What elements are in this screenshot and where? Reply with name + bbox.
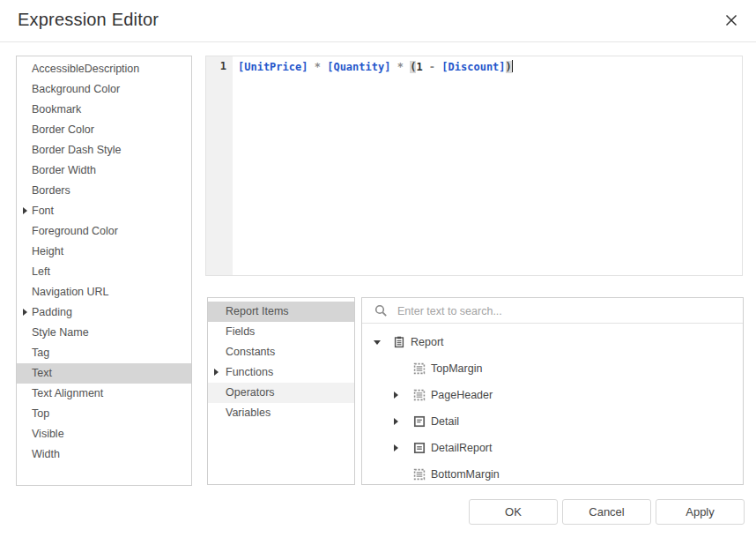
property-item-background-color[interactable]: Background Color bbox=[17, 79, 191, 100]
search-icon bbox=[374, 304, 388, 321]
property-item-label: AccessibleDescription bbox=[32, 63, 139, 75]
property-item-navigation-url[interactable]: Navigation URL bbox=[17, 282, 191, 302]
expander-expanded-icon[interactable] bbox=[374, 340, 381, 345]
expression-token-field: [UnitPrice] bbox=[238, 61, 308, 73]
close-icon bbox=[724, 13, 738, 30]
tree-item-report[interactable]: Report bbox=[362, 329, 743, 355]
tree-item-topmargin[interactable]: TopMargin bbox=[362, 355, 743, 382]
tree-item-label: DetailReport bbox=[431, 442, 492, 454]
property-item-accessibledescription[interactable]: AccessibleDescription bbox=[17, 59, 191, 79]
close-button[interactable] bbox=[719, 9, 744, 34]
search-input[interactable] bbox=[396, 298, 734, 324]
tree-item-label: PageHeader bbox=[431, 389, 493, 401]
property-item-width[interactable]: Width bbox=[17, 444, 191, 465]
category-item-label: Functions bbox=[226, 366, 273, 378]
tree-item-detailreport[interactable]: DetailReport bbox=[362, 435, 743, 461]
expander-collapsed-icon[interactable] bbox=[394, 418, 398, 425]
expand-arrow-icon[interactable] bbox=[23, 207, 27, 214]
category-item-fields[interactable]: Fields bbox=[208, 322, 354, 342]
property-item-label: Background Color bbox=[32, 83, 120, 95]
property-item-tag[interactable]: Tag bbox=[17, 343, 191, 363]
report-icon bbox=[393, 336, 405, 348]
properties-list: AccessibleDescriptionBackground ColorBoo… bbox=[16, 56, 192, 486]
dialog-header: Expression Editor bbox=[0, 0, 756, 42]
expression-token-operator: * bbox=[315, 61, 321, 73]
report-tree: Report TopMargin PageHeader Detail Detai… bbox=[362, 324, 743, 485]
property-item-label: Border Width bbox=[32, 164, 96, 176]
expression-input-area[interactable]: 1 [UnitPrice] * [Quantity] * (1 - [Disco… bbox=[205, 56, 743, 276]
page-title: Expression Editor bbox=[18, 10, 159, 30]
category-item-report-items[interactable]: Report Items bbox=[208, 302, 354, 322]
property-item-label: Font bbox=[32, 205, 54, 217]
property-item-label: Bookmark bbox=[32, 103, 81, 116]
property-item-label: Tag bbox=[32, 347, 49, 359]
ok-button[interactable]: OK bbox=[469, 499, 558, 525]
tree-item-detail[interactable]: Detail bbox=[362, 408, 743, 435]
property-item-label: Padding bbox=[32, 306, 72, 318]
tree-item-label: BottomMargin bbox=[431, 468, 500, 481]
property-item-borders[interactable]: Borders bbox=[17, 181, 191, 201]
tree-item-bottommargin[interactable]: BottomMargin bbox=[362, 461, 743, 485]
property-item-height[interactable]: Height bbox=[17, 242, 191, 262]
property-item-text[interactable]: Text bbox=[17, 363, 191, 384]
report-items-panel: Report TopMargin PageHeader Detail Detai… bbox=[361, 297, 744, 485]
property-item-top[interactable]: Top bbox=[17, 404, 191, 424]
property-item-padding[interactable]: Padding bbox=[17, 302, 191, 323]
category-item-label: Operators bbox=[226, 386, 275, 399]
cancel-button[interactable]: Cancel bbox=[562, 499, 651, 525]
property-item-border-color[interactable]: Border Color bbox=[17, 120, 191, 140]
category-list: Report ItemsFieldsConstantsFunctionsOper… bbox=[207, 297, 355, 485]
category-item-operators[interactable]: Operators bbox=[208, 383, 354, 403]
line-number: 1 bbox=[220, 60, 226, 72]
property-item-label: Borders bbox=[32, 184, 70, 197]
tree-expander[interactable] bbox=[374, 340, 393, 345]
tree-expander[interactable] bbox=[394, 444, 413, 451]
property-item-label: Top bbox=[32, 407, 49, 420]
property-item-label: Height bbox=[32, 245, 63, 257]
expander-collapsed-icon[interactable] bbox=[394, 392, 398, 399]
property-item-foreground-color[interactable]: Foreground Color bbox=[17, 221, 191, 242]
tree-item-label: Detail bbox=[431, 415, 459, 428]
category-item-label: Fields bbox=[226, 325, 255, 338]
property-item-style-name[interactable]: Style Name bbox=[17, 323, 191, 343]
tree-expander[interactable] bbox=[394, 418, 413, 425]
property-item-label: Border Dash Style bbox=[32, 144, 121, 156]
property-item-left[interactable]: Left bbox=[17, 262, 191, 282]
tree-item-pageheader[interactable]: PageHeader bbox=[362, 382, 743, 408]
expression-token-number: 1 bbox=[416, 61, 422, 73]
expression-editor-dialog: Expression Editor AccessibleDescriptionB… bbox=[0, 0, 756, 552]
tree-expander[interactable] bbox=[394, 392, 413, 399]
property-item-border-dash-style[interactable]: Border Dash Style bbox=[17, 140, 191, 160]
expander-collapsed-icon[interactable] bbox=[394, 444, 398, 451]
expression-token-space bbox=[308, 61, 314, 73]
property-item-bookmark[interactable]: Bookmark bbox=[17, 100, 191, 120]
category-item-functions[interactable]: Functions bbox=[208, 362, 354, 383]
property-item-text-alignment[interactable]: Text Alignment bbox=[17, 384, 191, 404]
expand-arrow-icon[interactable] bbox=[214, 369, 219, 376]
property-item-font[interactable]: Font bbox=[17, 201, 191, 221]
margin-band-icon bbox=[413, 362, 426, 375]
line-number-gutter: 1 bbox=[206, 56, 233, 275]
category-item-label: Constants bbox=[226, 346, 275, 358]
category-item-label: Report Items bbox=[226, 305, 289, 317]
expand-arrow-icon[interactable] bbox=[23, 309, 27, 316]
property-item-border-width[interactable]: Border Width bbox=[17, 160, 191, 181]
category-item-variables[interactable]: Variables bbox=[208, 403, 354, 423]
expression-token-field: [Discount] bbox=[441, 61, 505, 73]
category-item-label: Variables bbox=[226, 407, 271, 419]
tree-item-label: TopMargin bbox=[431, 362, 482, 375]
property-item-visible[interactable]: Visible bbox=[17, 424, 191, 444]
property-item-label: Visible bbox=[32, 428, 64, 440]
property-item-label: Style Name bbox=[32, 326, 89, 339]
detail-report-band-icon bbox=[413, 442, 426, 454]
margin-band-icon bbox=[413, 468, 426, 481]
property-item-label: Text Alignment bbox=[32, 387, 103, 399]
search-bar bbox=[362, 298, 743, 324]
property-item-label: Navigation URL bbox=[32, 286, 109, 298]
expression-token-operator: - bbox=[429, 61, 435, 73]
category-item-constants[interactable]: Constants bbox=[208, 342, 354, 362]
expression-token-paren-highlight: ) bbox=[506, 61, 512, 73]
apply-button[interactable]: Apply bbox=[656, 499, 745, 525]
expression-token-operator: * bbox=[397, 61, 404, 73]
margin-band-icon bbox=[413, 389, 426, 401]
